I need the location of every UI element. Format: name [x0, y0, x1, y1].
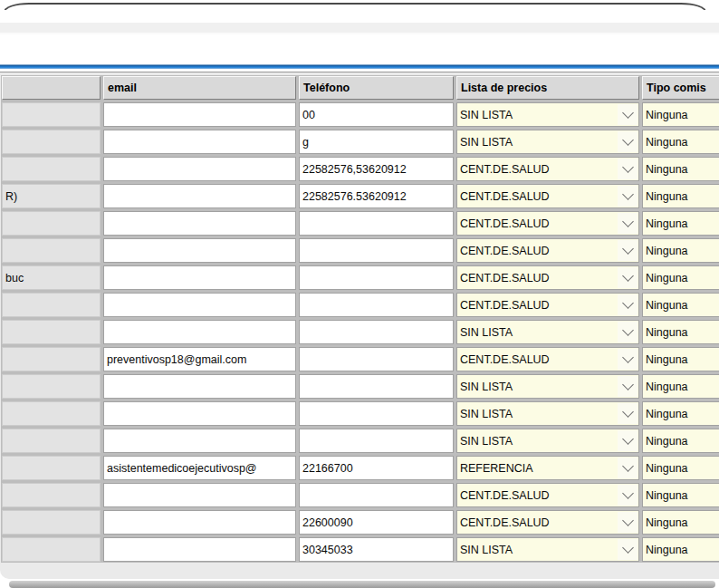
chevron-down-icon[interactable]	[618, 186, 638, 207]
cell-lista-de-precios-dropdown[interactable]: SIN LISTA	[456, 401, 639, 426]
cell-tipo-comision-dropdown[interactable]: Ninguna	[642, 211, 719, 236]
cell-name[interactable]	[2, 211, 101, 236]
cell-telefono-input[interactable]	[299, 374, 454, 399]
chevron-down-icon[interactable]	[618, 430, 638, 451]
cell-lista-de-precios-dropdown[interactable]: CENT.DE.SALUD	[456, 211, 639, 236]
cell-lista-de-precios-dropdown[interactable]: SIN LISTA	[456, 537, 639, 562]
cell-name[interactable]	[2, 102, 101, 127]
cell-tipo-comision-dropdown[interactable]: Ninguna	[642, 320, 719, 344]
column-header-telefono[interactable]: Teléfono	[299, 76, 454, 100]
chevron-down-icon[interactable]	[618, 403, 638, 424]
cell-name[interactable]	[2, 456, 101, 480]
cell-tipo-comision-dropdown[interactable]: Ninguna	[642, 483, 719, 507]
cell-telefono-input[interactable]	[299, 483, 454, 507]
cell-name[interactable]	[2, 157, 101, 181]
chevron-down-icon[interactable]	[618, 322, 638, 342]
chevron-down-icon[interactable]	[618, 539, 638, 560]
cell-tipo-comision-dropdown[interactable]: Ninguna	[642, 374, 719, 399]
cell-tipo-comision-dropdown[interactable]: Ninguna	[642, 401, 719, 426]
chevron-down-icon[interactable]	[618, 376, 638, 397]
cell-email-input[interactable]	[103, 510, 296, 535]
cell-email-input[interactable]	[103, 401, 296, 426]
chevron-down-icon[interactable]	[618, 240, 638, 261]
cell-name[interactable]	[2, 347, 101, 371]
cell-telefono-input[interactable]	[299, 347, 454, 371]
cell-tipo-comision-dropdown[interactable]: Ninguna	[642, 238, 719, 263]
cell-lista-de-precios-dropdown[interactable]: CENT.DE.SALUD	[456, 293, 639, 317]
chevron-down-icon[interactable]	[618, 131, 638, 152]
cell-tipo-comision-dropdown[interactable]: Ninguna	[642, 347, 719, 371]
cell-name[interactable]	[2, 429, 101, 453]
chevron-down-icon[interactable]	[618, 159, 638, 179]
cell-name[interactable]: R)	[2, 184, 101, 208]
chevron-down-icon[interactable]	[618, 458, 638, 478]
cell-name[interactable]	[2, 537, 101, 562]
chevron-down-icon[interactable]	[618, 104, 638, 125]
chevron-down-icon[interactable]	[618, 267, 638, 288]
cell-name[interactable]: buc	[2, 265, 101, 290]
cell-lista-de-precios-dropdown[interactable]: SIN LISTA	[456, 429, 639, 453]
cell-tipo-comision-dropdown[interactable]: Ninguna	[642, 510, 719, 535]
cell-email-input[interactable]	[103, 429, 296, 453]
cell-lista-de-precios-dropdown[interactable]: REFERENCIA	[456, 456, 639, 480]
cell-telefono-input[interactable]: 22582576.53620912	[299, 184, 454, 208]
chevron-down-icon[interactable]	[618, 294, 638, 315]
cell-name[interactable]	[2, 238, 101, 263]
cell-tipo-comision-dropdown[interactable]: Ninguna	[642, 537, 719, 562]
cell-telefono-input[interactable]	[299, 211, 454, 236]
cell-lista-de-precios-dropdown[interactable]: CENT.DE.SALUD	[456, 184, 639, 208]
cell-tipo-comision-dropdown[interactable]: Ninguna	[642, 265, 719, 290]
chevron-down-icon[interactable]	[618, 512, 638, 533]
column-header-name[interactable]	[2, 76, 101, 100]
cell-lista-de-precios-dropdown[interactable]: CENT.DE.SALUD	[456, 483, 639, 507]
cell-telefono-input[interactable]: 30345033	[299, 537, 454, 562]
cell-lista-de-precios-dropdown[interactable]: SIN LISTA	[456, 102, 639, 127]
cell-email-input[interactable]	[103, 320, 296, 344]
cell-email-input[interactable]: asistentemedicoejecutivosp@	[103, 456, 296, 480]
cell-telefono-input[interactable]	[299, 238, 454, 263]
cell-tipo-comision-dropdown[interactable]: Ninguna	[642, 456, 719, 480]
cell-tipo-comision-dropdown[interactable]: Ninguna	[642, 429, 719, 453]
cell-lista-de-precios-dropdown[interactable]: SIN LISTA	[456, 130, 639, 154]
cell-email-input[interactable]	[103, 130, 296, 154]
cell-name[interactable]	[2, 293, 101, 317]
cell-email-input[interactable]	[103, 184, 296, 208]
cell-telefono-input[interactable]	[299, 320, 454, 344]
cell-telefono-input[interactable]: 22582576,53620912	[299, 157, 454, 181]
cell-telefono-input[interactable]	[299, 401, 454, 426]
chevron-down-icon[interactable]	[618, 485, 638, 506]
cell-tipo-comision-dropdown[interactable]: Ninguna	[642, 184, 719, 208]
cell-name[interactable]	[2, 483, 101, 507]
cell-email-input[interactable]: preventivosp18@gmail.com	[103, 347, 296, 371]
cell-lista-de-precios-dropdown[interactable]: CENT.DE.SALUD	[456, 347, 639, 371]
cell-email-input[interactable]	[103, 265, 296, 290]
cell-email-input[interactable]	[103, 483, 296, 507]
cell-telefono-input[interactable]	[299, 265, 454, 290]
cell-email-input[interactable]	[103, 238, 296, 263]
cell-tipo-comision-dropdown[interactable]: Ninguna	[642, 157, 719, 181]
cell-email-input[interactable]	[103, 374, 296, 399]
cell-telefono-input[interactable]	[299, 293, 454, 317]
cell-tipo-comision-dropdown[interactable]: Ninguna	[642, 293, 719, 317]
cell-tipo-comision-dropdown[interactable]: Ninguna	[642, 102, 719, 127]
column-header-email[interactable]: email	[103, 76, 296, 100]
cell-email-input[interactable]	[103, 211, 296, 236]
cell-name[interactable]	[2, 320, 101, 344]
cell-tipo-comision-dropdown[interactable]: Ninguna	[642, 130, 719, 154]
cell-email-input[interactable]	[103, 293, 296, 317]
cell-lista-de-precios-dropdown[interactable]: SIN LISTA	[456, 374, 639, 399]
cell-telefono-input[interactable]: 22166700	[299, 456, 454, 480]
cell-telefono-input[interactable]: 22600090	[299, 510, 454, 535]
cell-lista-de-precios-dropdown[interactable]: CENT.DE.SALUD	[456, 157, 639, 181]
cell-lista-de-precios-dropdown[interactable]: CENT.DE.SALUD	[456, 238, 639, 263]
cell-name[interactable]	[2, 130, 101, 154]
chevron-down-icon[interactable]	[618, 349, 638, 370]
cell-telefono-input[interactable]	[299, 429, 454, 453]
cell-lista-de-precios-dropdown[interactable]: CENT.DE.SALUD	[456, 510, 639, 535]
chevron-down-icon[interactable]	[618, 213, 638, 234]
cell-lista-de-precios-dropdown[interactable]: CENT.DE.SALUD	[456, 265, 639, 290]
cell-telefono-input[interactable]: g	[299, 130, 454, 154]
cell-name[interactable]	[2, 510, 101, 535]
cell-lista-de-precios-dropdown[interactable]: SIN LISTA	[456, 320, 639, 344]
cell-email-input[interactable]	[103, 102, 296, 127]
